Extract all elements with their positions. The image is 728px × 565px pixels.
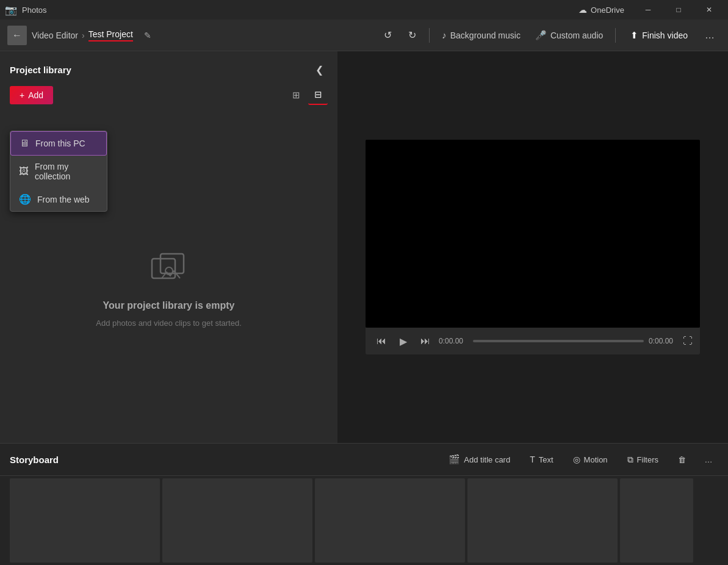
dropdown-item-from-collection[interactable]: 🖼 From my collection — [10, 156, 107, 187]
add-source-dropdown: 🖥 From this PC 🖼 From my collection 🌐 Fr… — [10, 131, 107, 212]
text-button[interactable]: T Text — [524, 452, 559, 467]
motion-label: Motion — [584, 455, 608, 464]
title-bar: 📷 Photos ☁ OneDrive ─ □ ✕ — [0, 0, 728, 20]
onedrive-label: OneDrive — [591, 5, 624, 15]
from-pc-label: From this PC — [35, 139, 85, 148]
minimize-button[interactable]: ─ — [634, 0, 662, 20]
add-button[interactable]: + Add — [10, 86, 53, 104]
right-panel: ⏮ ▶ ⏭ 0:00.00 0:00.00 ⛶ — [337, 51, 728, 443]
motion-button[interactable]: ◎ Motion — [567, 452, 614, 467]
storyboard-more-button[interactable]: … — [699, 450, 718, 469]
filters-label: Filters — [637, 455, 658, 464]
breadcrumb-current: Test Project — [88, 29, 133, 41]
collapse-panel-button[interactable]: ❮ — [311, 61, 328, 78]
filters-button[interactable]: ⧉ Filters — [621, 452, 665, 468]
storyboard-header: Storyboard 🎬 Add title card T Text ◎ Mot… — [0, 444, 728, 476]
fullscreen-button[interactable]: ⛶ — [683, 336, 693, 347]
current-time: 0:00.00 — [439, 337, 468, 345]
breadcrumb: Video Editor › Test Project ✎ — [32, 24, 159, 46]
add-plus-icon: + — [20, 90, 24, 100]
music-icon: ♪ — [442, 30, 447, 40]
title-bar-left: 📷 Photos — [5, 4, 46, 16]
audio-icon: 🎤 — [535, 30, 547, 41]
video-preview — [366, 140, 700, 328]
close-button[interactable]: ✕ — [695, 0, 723, 20]
text-label: Text — [539, 455, 553, 464]
add-title-card-button[interactable]: 🎬 Add title card — [442, 451, 516, 468]
custom-audio-button[interactable]: 🎤 Custom audio — [529, 26, 609, 45]
empty-state-title: Your project library is empty — [103, 300, 235, 311]
grid-small-button[interactable]: ⊞ — [286, 85, 306, 105]
cloud-icon: ☁ — [578, 5, 587, 15]
previous-frame-button[interactable]: ⏮ — [373, 333, 390, 350]
add-title-card-label: Add title card — [464, 455, 510, 464]
empty-state-subtitle: Add photos and video clips to get starte… — [96, 318, 242, 328]
custom-audio-label: Custom audio — [550, 31, 603, 40]
grid-large-button[interactable]: ⊟ — [308, 85, 328, 105]
next-frame-button[interactable]: ⏭ — [417, 333, 434, 350]
storyboard: Storyboard 🎬 Add title card T Text ◎ Mot… — [0, 443, 728, 565]
storyboard-clip-1[interactable] — [10, 478, 160, 563]
filters-icon: ⧉ — [627, 455, 633, 465]
storyboard-clips — [0, 476, 728, 565]
progress-bar[interactable] — [473, 340, 644, 342]
collection-icon: 🖼 — [19, 166, 29, 177]
finish-video-label: Finish video — [642, 31, 688, 40]
app-name: Photos — [22, 5, 46, 15]
main-content: Project library ❮ + Add ⊞ ⊟ 🖥 From this … — [0, 51, 728, 443]
storyboard-clip-2[interactable] — [162, 478, 312, 563]
delete-button[interactable]: 🗑 — [672, 450, 691, 469]
pc-icon: 🖥 — [20, 138, 29, 149]
storyboard-clip-3[interactable] — [315, 478, 465, 563]
redo-button[interactable]: ↻ — [401, 24, 423, 46]
more-icon: … — [705, 455, 713, 464]
undo-button[interactable]: ↺ — [377, 24, 398, 46]
maximize-button[interactable]: □ — [665, 0, 693, 20]
back-button[interactable]: ← — [7, 26, 27, 45]
video-controls: ⏮ ▶ ⏭ 0:00.00 0:00.00 ⛶ — [366, 328, 700, 354]
dropdown-item-from-web[interactable]: 🌐 From the web — [10, 187, 107, 211]
from-web-label: From the web — [37, 195, 90, 204]
toolbar-divider — [429, 28, 430, 43]
view-buttons: ⊞ ⊟ — [286, 85, 328, 105]
edit-project-name-button[interactable]: ✎ — [137, 24, 159, 46]
photos-icon: 📷 — [5, 4, 17, 16]
from-collection-label: From my collection — [35, 162, 98, 181]
project-library-title: Project library — [10, 65, 71, 75]
add-label: Add — [28, 90, 43, 100]
storyboard-title: Storyboard — [10, 455, 59, 465]
background-music-button[interactable]: ♪ Background music — [436, 26, 527, 44]
bg-music-label: Background music — [450, 31, 521, 40]
storyboard-clip-5[interactable] — [620, 478, 693, 563]
play-button[interactable]: ▶ — [395, 333, 412, 350]
empty-state-icon — [151, 253, 187, 293]
library-toolbar: + Add ⊞ ⊟ — [0, 85, 337, 112]
web-icon: 🌐 — [19, 193, 31, 205]
toolbar-actions: ↺ ↻ ♪ Background music 🎤 Custom audio ⬆ … — [377, 24, 721, 46]
text-icon: T — [530, 455, 535, 464]
project-library-header: Project library ❮ — [0, 51, 337, 85]
finish-video-button[interactable]: ⬆ Finish video — [622, 26, 696, 45]
finish-icon: ⬆ — [630, 30, 638, 41]
title-bar-right: ☁ OneDrive ─ □ ✕ — [578, 0, 723, 20]
breadcrumb-separator: › — [82, 31, 85, 40]
breadcrumb-root[interactable]: Video Editor — [32, 31, 78, 40]
left-panel: Project library ❮ + Add ⊞ ⊟ 🖥 From this … — [0, 51, 337, 443]
storyboard-clip-4[interactable] — [467, 478, 618, 563]
more-options-button[interactable]: … — [699, 24, 721, 46]
onedrive-section: ☁ OneDrive — [578, 5, 624, 15]
title-card-icon: 🎬 — [449, 454, 460, 465]
motion-icon: ◎ — [573, 455, 580, 464]
back-icon: ← — [12, 30, 22, 41]
total-time: 0:00.00 — [649, 337, 678, 345]
toolbar-divider-2 — [615, 28, 616, 43]
delete-icon: 🗑 — [678, 455, 686, 464]
toolbar: ← Video Editor › Test Project ✎ ↺ ↻ ♪ Ba… — [0, 20, 728, 51]
dropdown-item-from-pc[interactable]: 🖥 From this PC — [10, 131, 107, 156]
